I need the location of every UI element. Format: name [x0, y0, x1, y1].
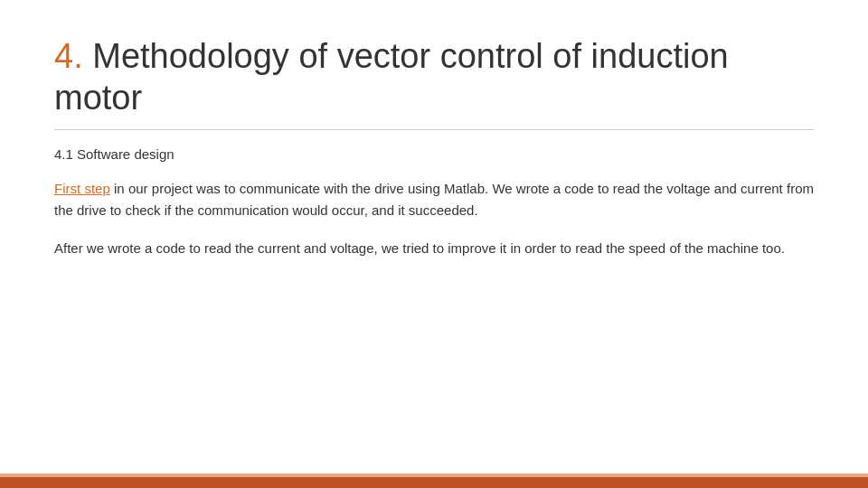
bottom-bar: [0, 477, 868, 488]
paragraph-2: After we wrote a code to read the curren…: [54, 238, 814, 259]
title-divider: [54, 129, 814, 130]
title-section: 4. Methodology of vector control of indu…: [54, 36, 814, 118]
first-step-highlight: First step: [54, 181, 110, 196]
slide-title: 4. Methodology of vector control of indu…: [54, 36, 814, 118]
title-number: 4.: [54, 37, 83, 75]
paragraph-1: First step in our project was to communi…: [54, 178, 814, 221]
section-subtitle: 4.1 Software design: [54, 146, 814, 162]
paragraph-1-text: in our project was to communicate with t…: [54, 181, 814, 218]
slide-container: 4. Methodology of vector control of indu…: [0, 0, 868, 488]
title-text: Methodology of vector control of inducti…: [54, 37, 729, 117]
